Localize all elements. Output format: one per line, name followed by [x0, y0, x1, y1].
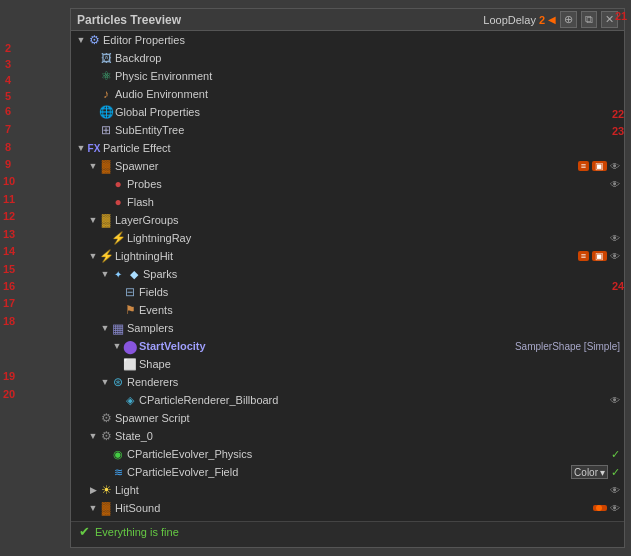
- particles-treeview-panel: Particles Treeview LoopDelay 2 ◀ ⊕ ⧉ ✕ ▼…: [70, 8, 625, 548]
- light-label: Light: [115, 484, 610, 496]
- tree-item-probes[interactable]: ▶ ● Probes 👁: [71, 175, 624, 193]
- light-eye[interactable]: 👁: [610, 485, 620, 496]
- tree-item-light[interactable]: ▶ ☀ Light 👁: [71, 481, 624, 499]
- pin-button[interactable]: ⊕: [560, 11, 577, 28]
- subentity-icon: ⊞: [99, 123, 113, 137]
- billboard-eye[interactable]: 👁: [610, 395, 620, 406]
- status-bar: ✔ Everything is fine: [71, 521, 624, 541]
- hitsound-eye[interactable]: 👁: [610, 503, 620, 514]
- samplers-icon: ▦: [111, 321, 125, 335]
- tree-item-sparks[interactable]: ▼ ✦ ◆ Sparks: [71, 265, 624, 283]
- lightningray-eye[interactable]: 👁: [610, 233, 620, 244]
- ann-18: 18: [3, 315, 15, 327]
- physics-label: CParticleEvolver_Physics: [127, 448, 611, 460]
- ann-3: 3: [5, 58, 11, 70]
- panel-header: Particles Treeview LoopDelay 2 ◀ ⊕ ⧉ ✕: [71, 9, 624, 31]
- expand-layergroups[interactable]: ▼: [87, 214, 99, 226]
- spawner-badge2: ▣: [592, 161, 607, 171]
- ann-21: 21: [615, 10, 627, 22]
- tree-item-lightninghit[interactable]: ▼ ⚡ LightningHit ≡ ▣ 👁: [71, 247, 624, 265]
- physic-icon: ⚛: [99, 69, 113, 83]
- spawner-folder-icon: ▓: [99, 159, 113, 173]
- spawner-eye[interactable]: 👁: [610, 161, 620, 172]
- lightninghit-eye[interactable]: 👁: [610, 251, 620, 262]
- startvelocity-label: StartVelocity: [139, 340, 515, 352]
- tree-item-hitsound[interactable]: ▼ ▓ HitSound 👁: [71, 499, 624, 517]
- startvelocity-info: SamplerShape [Simple]: [515, 341, 620, 352]
- tree-item-billboard[interactable]: ▶ ◈ CParticleRenderer_Billboard 👁: [71, 391, 624, 409]
- flash-icon: ●: [111, 195, 125, 209]
- ann-2: 2: [5, 42, 11, 54]
- spawner-script-label: Spawner Script: [115, 412, 620, 424]
- tree-item-physics[interactable]: ▶ ◉ CParticleEvolver_Physics ✓: [71, 445, 624, 463]
- ann-23: 23: [612, 125, 624, 137]
- expand-startvelocity[interactable]: ▼: [111, 340, 123, 352]
- tree-item-samplers[interactable]: ▼ ▦ Samplers: [71, 319, 624, 337]
- expand-sparks[interactable]: ▼: [99, 268, 111, 280]
- spawner-script-icon: ⚙: [99, 411, 113, 425]
- lightninghit-controls: ≡ ▣ 👁: [578, 251, 620, 262]
- tree-item-shape[interactable]: ▶ ⬜ Shape: [71, 355, 624, 373]
- ann-8: 8: [5, 141, 11, 153]
- field-evolver-icon: ≋: [111, 465, 125, 479]
- tree-item-physic-environment[interactable]: ▶ ⚛ Physic Environment: [71, 67, 624, 85]
- loop-delay-label: LoopDelay: [483, 14, 536, 26]
- sparks-icon2: ◆: [127, 267, 141, 281]
- tree-item-field-evolver[interactable]: ▶ ≋ CParticleEvolver_Field Color ▾ ✓: [71, 463, 624, 481]
- audio-icon: ♪: [99, 87, 113, 101]
- billboard-icon: ◈: [123, 393, 137, 407]
- layergroups-icon: ▓: [99, 213, 113, 227]
- tree-item-events[interactable]: ▶ ⚑ Events: [71, 301, 624, 319]
- expand-light[interactable]: ▶: [87, 484, 99, 496]
- ann-22: 22: [612, 108, 624, 120]
- tree-view[interactable]: ▼ ⚙ Editor Properties ▶ 🖼 Backdrop ▶ ⚛ P…: [71, 31, 624, 521]
- tree-item-spawner-script[interactable]: ▶ ⚙ Spawner Script: [71, 409, 624, 427]
- subentity-tree-label: SubEntityTree: [115, 124, 620, 136]
- tree-item-subentity-tree[interactable]: ▶ ⊞ SubEntityTree: [71, 121, 624, 139]
- tree-item-flash[interactable]: ▶ ● Flash: [71, 193, 624, 211]
- fields-label: Fields: [139, 286, 620, 298]
- tree-item-renderers[interactable]: ▼ ⊛ Renderers: [71, 373, 624, 391]
- expand-state0[interactable]: ▼: [87, 430, 99, 442]
- tree-item-editor-properties[interactable]: ▼ ⚙ Editor Properties: [71, 31, 624, 49]
- expand-samplers[interactable]: ▼: [99, 322, 111, 334]
- tree-item-spawner[interactable]: ▼ ▓ Spawner ≡ ▣ 👁: [71, 157, 624, 175]
- particle-effect-label: Particle Effect: [103, 142, 620, 154]
- ann-7: 7: [5, 123, 11, 135]
- renderers-icon: ⊛: [111, 375, 125, 389]
- ann-9: 9: [5, 158, 11, 170]
- tree-item-global-properties[interactable]: ▶ 🌐 Global Properties: [71, 103, 624, 121]
- hitsound-badge: [593, 505, 607, 511]
- expand-editor[interactable]: ▼: [75, 34, 87, 46]
- expand-hitsound[interactable]: ▼: [87, 502, 99, 514]
- tree-item-backdrop[interactable]: ▶ 🖼 Backdrop: [71, 49, 624, 67]
- expand-particle[interactable]: ▼: [75, 142, 87, 154]
- float-button[interactable]: ⧉: [581, 11, 597, 28]
- tree-item-layergroups[interactable]: ▼ ▓ LayerGroups: [71, 211, 624, 229]
- panel-title: Particles Treeview: [77, 13, 181, 27]
- hitsound-label: HitSound: [115, 502, 593, 514]
- ann-16: 16: [3, 280, 15, 292]
- tree-item-lightningray[interactable]: ▶ ⚡ LightningRay 👁: [71, 229, 624, 247]
- color-dropdown[interactable]: Color ▾: [571, 465, 608, 479]
- tree-item-state0[interactable]: ▼ ⚙ State_0: [71, 427, 624, 445]
- field-checkmark: ✓: [611, 466, 620, 479]
- tree-item-audio-environment[interactable]: ▶ ♪ Audio Environment: [71, 85, 624, 103]
- probes-icon: ●: [111, 177, 125, 191]
- fields-icon: ⊟: [123, 285, 137, 299]
- probes-eye[interactable]: 👁: [610, 179, 620, 190]
- ann-5: 5: [5, 90, 11, 102]
- tree-item-startvelocity[interactable]: ▼ ⬤ StartVelocity SamplerShape [Simple]: [71, 337, 624, 355]
- ann-12: 12: [3, 210, 15, 222]
- expand-spawner[interactable]: ▼: [87, 160, 99, 172]
- tree-item-fields[interactable]: ▶ ⊟ Fields: [71, 283, 624, 301]
- hitsound-dot: [596, 505, 602, 511]
- shape-icon: ⬜: [123, 357, 137, 371]
- expand-lightninghit[interactable]: ▼: [87, 250, 99, 262]
- tree-item-soundlayer1[interactable]: ▶ ♫ SoundLayer_1: [71, 517, 624, 521]
- expand-renderers[interactable]: ▼: [99, 376, 111, 388]
- color-dropdown-label: Color: [574, 467, 598, 478]
- field-evolver-controls: Color ▾ ✓: [571, 465, 620, 479]
- fx-icon: FX: [87, 141, 101, 155]
- tree-item-particle-effect[interactable]: ▼ FX Particle Effect: [71, 139, 624, 157]
